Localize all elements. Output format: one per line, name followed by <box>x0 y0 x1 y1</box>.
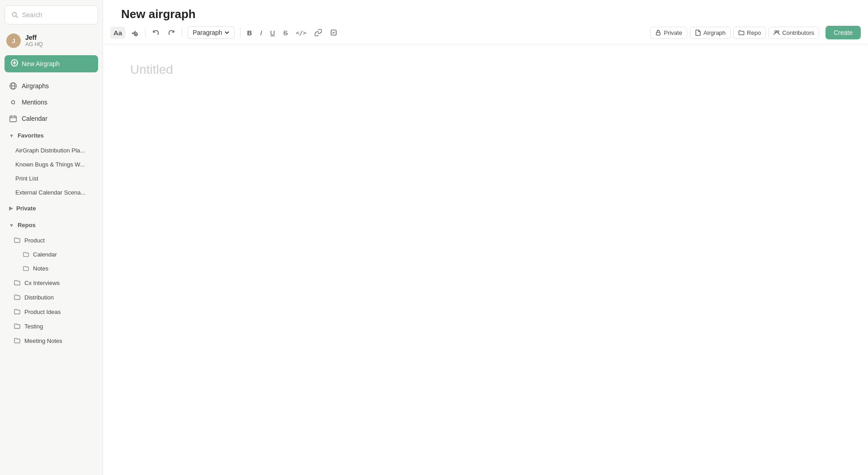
sidebar-item-airgraphs-label: Airgraphs <box>22 82 49 90</box>
repo-item-product-ideas-label: Product Ideas <box>24 309 61 315</box>
toolbar-divider-2 <box>182 28 182 37</box>
user-org: AG HQ <box>25 41 43 48</box>
repos-label: Repos <box>18 222 36 228</box>
users-icon <box>774 29 780 36</box>
favorite-item-3-label: External Calendar Scena... <box>15 189 85 196</box>
new-airgraph-label: New Airgraph <box>22 60 60 67</box>
sidebar-item-airgraphs[interactable]: Airgraphs <box>3 78 100 94</box>
folder-icon <box>14 323 21 330</box>
underline-button[interactable]: U <box>267 27 278 39</box>
private-label: Private <box>16 205 36 212</box>
favorite-item-0[interactable]: AirGraph Distribution Pla... <box>3 144 100 157</box>
redo-button[interactable] <box>165 27 178 38</box>
strikethrough-button[interactable]: S <box>280 27 291 39</box>
contributors-button[interactable]: Contributors <box>769 27 819 39</box>
repo-item-testing-label: Testing <box>24 323 43 330</box>
repos-section-header[interactable]: ▼ Repos <box>3 218 100 232</box>
folder-icon <box>14 237 21 244</box>
editor-title-placeholder: Untitled <box>130 62 173 76</box>
airgraph-button[interactable]: Airgraph <box>690 27 731 39</box>
code-button[interactable]: </> <box>292 27 309 38</box>
checklist-icon <box>330 29 337 36</box>
repo-sub-item-calendar-label: Calendar <box>33 251 57 258</box>
toolbar: Aa Paragraph <box>103 21 868 44</box>
folder-icon <box>14 308 21 315</box>
repo-item-product-label: Product <box>24 237 45 244</box>
svg-point-0 <box>12 12 16 16</box>
editor-title[interactable]: Untitled <box>130 62 841 77</box>
chevron-down-icon <box>224 30 230 35</box>
svg-rect-9 <box>10 116 16 122</box>
repo-item-distribution[interactable]: Distribution <box>3 290 100 304</box>
bold-icon: B <box>247 29 252 37</box>
document-icon <box>695 29 701 36</box>
search-bar[interactable]: Search <box>5 5 98 24</box>
avatar-initials: J <box>12 38 15 44</box>
new-airgraph-button[interactable]: New Airgraph <box>5 55 98 72</box>
sidebar: Search J Jeff AG HQ New Airgraph Airgrap… <box>0 0 103 475</box>
favorite-item-2-label: Print List <box>15 175 38 182</box>
undo-button[interactable] <box>149 27 163 38</box>
favorite-item-1[interactable]: Known Bugs & Things W... <box>3 158 100 171</box>
folder-icon <box>14 294 21 301</box>
repo-folder-icon <box>738 29 745 36</box>
calendar-icon <box>9 114 17 123</box>
contributors-label: Contributors <box>782 29 814 36</box>
spell-check-icon <box>130 28 138 37</box>
chevron-down-icon: ▼ <box>9 133 14 138</box>
bold-button[interactable]: B <box>244 27 255 39</box>
italic-button[interactable]: I <box>257 27 265 39</box>
private-button[interactable]: Private <box>650 27 687 39</box>
repo-label: Repo <box>747 29 761 36</box>
favorite-item-3[interactable]: External Calendar Scena... <box>3 186 100 199</box>
checklist-button[interactable] <box>327 27 340 38</box>
repo-item-distribution-label: Distribution <box>24 294 54 301</box>
paragraph-select[interactable]: Paragraph <box>188 26 234 39</box>
main-content: New airgraph Aa Pa <box>103 0 868 475</box>
repo-item-meeting-notes-label: Meeting Notes <box>24 337 62 344</box>
font-button[interactable]: Aa <box>110 27 125 39</box>
repo-sub-item-calendar[interactable]: Calendar <box>3 248 100 261</box>
create-button[interactable]: Create <box>826 26 861 39</box>
user-name: Jeff <box>25 34 43 41</box>
repo-sub-item-notes[interactable]: Notes <box>3 262 100 275</box>
folder-icon <box>23 265 29 272</box>
font-icon: Aa <box>113 29 122 37</box>
avatar: J <box>6 33 21 48</box>
repo-item-cx-interviews-label: Cx Interviews <box>24 280 60 286</box>
favorites-label: Favorites <box>18 132 44 139</box>
create-label: Create <box>834 29 853 36</box>
svg-line-1 <box>16 16 18 18</box>
toolbar-right: Private Airgraph Repo <box>650 26 861 39</box>
repo-button[interactable]: Repo <box>733 27 766 39</box>
private-section-header[interactable]: ▶ Private <box>3 201 100 215</box>
repo-item-testing[interactable]: Testing <box>3 319 100 333</box>
spell-button[interactable] <box>127 26 142 39</box>
strikethrough-icon: S <box>283 29 288 37</box>
search-icon <box>11 11 19 19</box>
paragraph-label: Paragraph <box>193 29 222 36</box>
svg-rect-15 <box>656 32 660 35</box>
repo-sub-item-notes-label: Notes <box>33 265 48 272</box>
link-button[interactable] <box>311 27 325 38</box>
repo-item-cx-interviews[interactable]: Cx Interviews <box>3 276 100 290</box>
user-section: J Jeff AG HQ <box>0 30 103 52</box>
editor-area: Untitled <box>103 44 868 475</box>
sidebar-item-calendar-label: Calendar <box>22 115 47 122</box>
favorites-section-header[interactable]: ▼ Favorites <box>3 128 100 142</box>
lock-icon <box>655 29 661 36</box>
repo-item-product[interactable]: Product <box>3 233 100 247</box>
undo-icon <box>152 29 160 36</box>
italic-icon: I <box>260 29 262 37</box>
favorite-item-2[interactable]: Print List <box>3 172 100 185</box>
toolbar-divider-3 <box>240 28 241 37</box>
sidebar-item-mentions[interactable]: Mentions <box>3 95 100 110</box>
favorite-item-0-label: AirGraph Distribution Pla... <box>15 147 85 154</box>
repo-item-product-ideas[interactable]: Product Ideas <box>3 305 100 318</box>
chevron-right-icon: ▶ <box>9 205 13 211</box>
sidebar-item-calendar[interactable]: Calendar <box>3 111 100 126</box>
search-label: Search <box>22 11 42 19</box>
repo-item-meeting-notes[interactable]: Meeting Notes <box>3 334 100 347</box>
page-title: New airgraph <box>112 0 205 24</box>
user-info: Jeff AG HQ <box>25 34 43 48</box>
